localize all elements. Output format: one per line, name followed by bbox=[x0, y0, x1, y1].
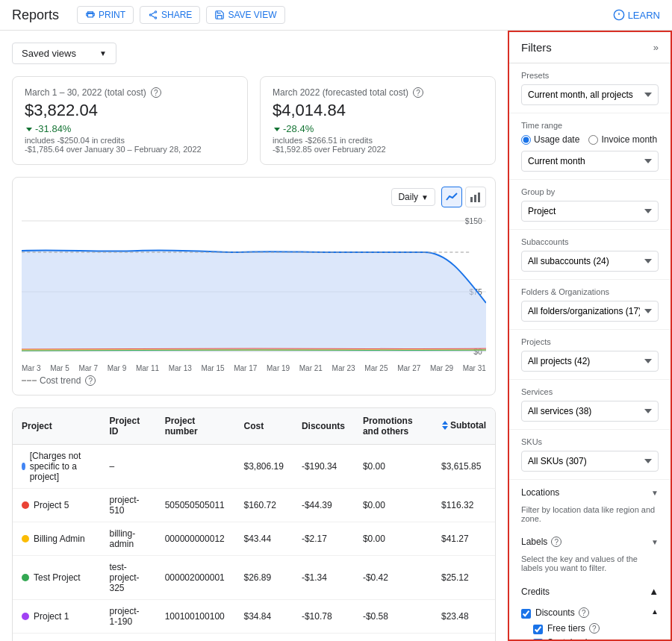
table-header-row: Project Project ID Project number Cost D… bbox=[13, 408, 495, 445]
td-subtotal-5: $0.00 bbox=[432, 634, 495, 642]
line-chart-button[interactable] bbox=[441, 187, 462, 207]
print-icon bbox=[85, 10, 96, 20]
projects-select[interactable]: All projects (42) bbox=[521, 351, 659, 372]
free-tiers-help-icon[interactable]: ? bbox=[589, 623, 600, 634]
group-by-select[interactable]: Project bbox=[521, 201, 659, 222]
saved-views-select[interactable]: Saved views ▼ bbox=[12, 43, 116, 64]
time-range-label: Time range bbox=[521, 121, 659, 130]
project-dot-1 bbox=[22, 501, 29, 509]
td-promotions-3: -$0.42 bbox=[354, 556, 432, 600]
saved-views-row: Saved views ▼ bbox=[12, 43, 496, 64]
filters-header: Filters » bbox=[509, 32, 671, 63]
project-dot-4 bbox=[22, 613, 29, 620]
table-row: Billing Admin billing-admin 000000000012… bbox=[13, 522, 495, 556]
td-project-2: Billing Admin bbox=[13, 522, 100, 556]
free-tiers-checkbox[interactable] bbox=[533, 625, 543, 634]
td-project-number-5: 000333666444 bbox=[156, 634, 235, 642]
chart-view-buttons bbox=[441, 187, 486, 207]
td-project-5: Dev Project 10 bbox=[13, 634, 100, 642]
interval-chevron: ▼ bbox=[421, 193, 429, 201]
interval-selector[interactable]: Daily ▼ bbox=[391, 188, 435, 206]
td-project-id-5: dev-project-10 bbox=[100, 634, 155, 642]
subaccounts-select[interactable]: All subaccounts (24) bbox=[521, 251, 659, 272]
radio-invoice-month[interactable]: Invoice month bbox=[588, 134, 657, 145]
filters-collapse-button[interactable]: » bbox=[653, 42, 659, 53]
credits-label: Credits bbox=[521, 587, 550, 597]
td-project-3: Test Project bbox=[13, 556, 100, 600]
svg-rect-7 bbox=[470, 197, 473, 202]
td-project-0: [Charges not specific to a project] bbox=[13, 445, 100, 489]
labels-label: Labels ? bbox=[521, 537, 561, 547]
discounts-help-icon[interactable]: ? bbox=[579, 607, 589, 618]
share-button[interactable]: SHARE bbox=[140, 6, 200, 24]
discounts-checkbox[interactable] bbox=[521, 609, 531, 619]
labels-sub: Select the key and values of the labels … bbox=[509, 554, 671, 578]
chart-svg: $150 $75 $0 bbox=[22, 213, 486, 363]
table-container: Project Project ID Project number Cost D… bbox=[12, 407, 496, 641]
group-by-label: Group by bbox=[521, 187, 659, 196]
filters-sidebar: Filters » Presets Current month, all pro… bbox=[508, 31, 672, 641]
td-promotions-2: $0.00 bbox=[354, 522, 432, 556]
filter-credits-collapsible[interactable]: Credits ▲ bbox=[509, 578, 671, 604]
td-subtotal-0: $3,615.85 bbox=[432, 445, 495, 489]
labels-help-icon[interactable]: ? bbox=[551, 537, 561, 547]
stat-card-1-change-row: -28.4% bbox=[273, 123, 483, 134]
projects-label: Projects bbox=[521, 337, 659, 346]
stat-card-0: March 1 – 30, 2022 (total cost) ? $3,822… bbox=[12, 76, 248, 165]
filter-folders: Folders & Organizations All folders/orga… bbox=[509, 280, 671, 330]
services-select[interactable]: All services (38) bbox=[521, 401, 659, 422]
filter-subaccounts: Subaccounts All subaccounts (24) bbox=[509, 230, 671, 280]
svg-point-1 bbox=[155, 11, 156, 13]
td-promotions-5: $0.00 bbox=[354, 634, 432, 642]
page-title: Reports bbox=[12, 7, 59, 23]
subaccounts-label: Subaccounts bbox=[521, 237, 659, 246]
stat-card-0-sub: includes -$250.04 in credits bbox=[25, 136, 235, 145]
filter-locations-collapsible[interactable]: Locations ▼ bbox=[509, 480, 671, 505]
th-project-number: Project number bbox=[156, 408, 235, 445]
folders-select[interactable]: All folders/organizations (17) bbox=[521, 301, 659, 322]
td-cost-1: $160.72 bbox=[235, 489, 293, 522]
skus-select[interactable]: All SKUs (307) bbox=[521, 451, 659, 472]
stat-card-1-value: $4,014.84 bbox=[273, 101, 483, 120]
svg-rect-8 bbox=[474, 195, 476, 202]
td-cost-2: $43.44 bbox=[235, 522, 293, 556]
presets-select[interactable]: Current month, all projects bbox=[521, 84, 659, 105]
stat-card-0-help[interactable]: ? bbox=[151, 87, 161, 98]
stat-card-0-detail: -$1,785.64 over January 30 – February 28… bbox=[25, 145, 235, 154]
line-chart-icon bbox=[446, 191, 458, 203]
current-period-select[interactable]: Current month bbox=[521, 151, 659, 172]
td-discounts-4: -$10.78 bbox=[293, 600, 354, 634]
td-promotions-4: -$0.58 bbox=[354, 600, 432, 634]
header-actions: PRINT SHARE SAVE VIEW bbox=[77, 6, 284, 24]
radio-usage-date[interactable]: Usage date bbox=[521, 134, 579, 145]
stats-row: March 1 – 30, 2022 (total cost) ? $3,822… bbox=[12, 76, 496, 165]
td-project-number-4: 100100100100 bbox=[156, 600, 235, 634]
stat-card-1-title: March 2022 (forecasted total cost) ? bbox=[273, 87, 483, 98]
td-project-id-3: test-project-325 bbox=[100, 556, 155, 600]
print-button[interactable]: PRINT bbox=[77, 6, 134, 24]
stat-card-0-change-row: -31.84% bbox=[25, 123, 235, 134]
legend-help-icon[interactable]: ? bbox=[85, 375, 96, 386]
stat-card-1-help[interactable]: ? bbox=[413, 87, 423, 98]
chart-area: $150 $75 $0 bbox=[22, 213, 486, 363]
credits-collapse-icon: ▲ bbox=[649, 586, 659, 597]
bar-chart-button[interactable] bbox=[465, 187, 486, 207]
project-dot-0 bbox=[22, 463, 25, 470]
learn-button[interactable]: LEARN bbox=[613, 9, 660, 21]
stat-card-1-detail: -$1,592.85 over February 2022 bbox=[273, 145, 483, 154]
locations-label: Locations bbox=[521, 487, 559, 498]
down-arrow-icon-1 bbox=[273, 125, 281, 134]
save-view-button[interactable]: SAVE VIEW bbox=[206, 6, 284, 24]
discounts-checkbox-group: Discounts ? ▲ Free tiers ? bbox=[509, 604, 671, 641]
down-arrow-icon-0 bbox=[25, 125, 34, 134]
th-discounts: Discounts bbox=[293, 408, 354, 445]
td-cost-0: $3,806.19 bbox=[235, 445, 293, 489]
services-label: Services bbox=[521, 387, 659, 396]
sustained-use-checkbox-item: Sustained use discounts ? bbox=[533, 637, 659, 641]
filter-labels-collapsible[interactable]: Labels ? ▼ bbox=[509, 529, 671, 554]
filters-title: Filters bbox=[521, 41, 552, 54]
chart-container: Daily ▼ bbox=[12, 177, 496, 395]
td-discounts-5: $0.00 bbox=[293, 634, 354, 642]
stat-card-1-sub: includes -$266.51 in credits bbox=[273, 136, 483, 145]
filter-skus: SKUs All SKUs (307) bbox=[509, 430, 671, 480]
